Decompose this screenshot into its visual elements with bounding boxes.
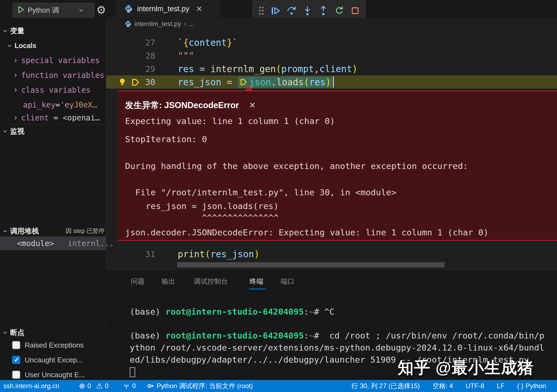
watch-section-header[interactable]: 监视 (0, 126, 106, 137)
section-divider (0, 124, 106, 124)
ports-indicator[interactable]: 0 (123, 382, 136, 390)
breakpoint-label: Raised Exceptions (25, 341, 84, 349)
active-tab-underline (249, 289, 266, 289)
code-line-27[interactable]: 27 `{content}` (106, 36, 557, 49)
chevron-down-icon (3, 129, 7, 132)
panel-tab-debug-console[interactable]: 调试控制台 (194, 277, 228, 286)
exception-pointer-arrow (245, 86, 253, 91)
debug-sidebar: Python 调 ⚙ 变量 Locals special variables f… (0, 0, 106, 380)
debug-stackframe-icon (239, 77, 248, 87)
python-file-icon (124, 20, 132, 28)
debug-config-dropdown[interactable]: Python 调 (13, 3, 94, 18)
language-label: Python (525, 382, 546, 390)
code-text: res_json = (178, 77, 238, 88)
step-out-icon[interactable] (317, 4, 329, 18)
stack-frame-module[interactable]: <module> internl... (0, 236, 106, 250)
frame-source: internl... (68, 239, 114, 248)
breadcrumb-file[interactable]: internlm_test.py (135, 20, 181, 28)
problems-indicator[interactable]: ⊗ 0 ⚠ 0 (79, 382, 109, 390)
watermark: 知乎 @最小生成猪 (398, 357, 534, 379)
checkbox[interactable] (12, 356, 20, 364)
chevron-right-icon (13, 116, 17, 120)
eol-label: LF (497, 382, 505, 390)
callstack-section-header[interactable]: 调用堆栈 因 step 已暂停 (0, 225, 106, 236)
code-line-30-current[interactable]: 30 res_json = json.loads(res) (106, 75, 557, 89)
indentation-setting[interactable]: 空格: 4 (432, 382, 453, 390)
panel-tab-ports[interactable]: 端口 (281, 277, 294, 286)
restart-icon[interactable] (333, 4, 345, 18)
variables-section-header[interactable]: 变量 (0, 25, 106, 36)
code-line-31[interactable]: 31 print(res_json) (106, 247, 557, 261)
breakpoint-label: Uncaught Excep... (25, 356, 83, 364)
language-mode[interactable]: { } Python (517, 382, 546, 390)
text-cursor (333, 77, 334, 88)
breakpoint-raised-exceptions[interactable]: Raised Exceptions (0, 339, 106, 352)
warning-icon: ⚠ (96, 382, 103, 390)
encoding-setting[interactable]: UTF-8 (466, 382, 484, 390)
exception-title: 发生异常: JSONDecodeError ✕ (125, 100, 256, 111)
run-icon[interactable] (17, 5, 25, 15)
cursor-position[interactable]: 行 30, 列 27 (已选择15) (351, 382, 420, 390)
tab-internlm-test[interactable]: internlm_test.py ✕ (116, 0, 220, 18)
horizontal-scrollbar[interactable] (177, 262, 445, 267)
exception-traceback-carets: ^^^^^^^^^^^^^^^ (125, 213, 279, 222)
variable-client-value: client = <openai… (21, 114, 100, 122)
terminal-line: (base) root@intern-studio-64204095:~# ^C (130, 307, 335, 317)
encoding-label: UTF-8 (466, 382, 484, 390)
error-count: 0 (87, 382, 91, 390)
breakpoints-header-label: 断点 (10, 328, 24, 337)
chevron-right-icon (13, 74, 17, 77)
exception-traceback-file: File "/root/internlm_test.py", line 30, … (125, 187, 396, 197)
remote-host-indicator[interactable]: ssh.intern-ai.org.cn (3, 382, 59, 390)
code-text: """ (163, 50, 194, 61)
exception-error-line: json.decoder.JSONDecodeError: Expecting … (125, 227, 488, 237)
gear-icon[interactable]: ⚙ (95, 3, 107, 16)
variable-client[interactable]: client = <openai… (0, 114, 106, 122)
code-line-29[interactable]: 29 res = internlm_gen(prompt,client) (106, 62, 557, 75)
chevron-right-icon (13, 88, 17, 92)
close-icon[interactable]: ✕ (196, 4, 202, 13)
breakpoint-uncaught-exceptions[interactable]: Uncaught Excep... (0, 353, 106, 366)
exception-message: StopIteration: 0 (125, 134, 207, 144)
remote-host-label: ssh.intern-ai.org.cn (3, 382, 59, 390)
eol-setting[interactable]: LF (497, 382, 505, 390)
debug-status[interactable]: Python 调试程序: 当前文件 (root) (147, 382, 253, 390)
variable-api-key[interactable]: api_key = 'eyJ0eX… (0, 99, 106, 111)
breakpoint-user-uncaught[interactable]: User Uncaught E... (0, 368, 106, 381)
drag-handle-icon[interactable] (257, 4, 266, 18)
panel-tab-problems[interactable]: 问题 (131, 277, 145, 286)
debug-config-label: Python 调 (28, 5, 80, 15)
close-icon[interactable]: ✕ (249, 101, 256, 110)
tree-item-special-variables[interactable]: special variables (0, 54, 106, 66)
breakpoints-section-header[interactable]: 断点 (0, 327, 106, 338)
tab-title: internlm_test.py (137, 5, 190, 13)
line-number: 31 (106, 249, 163, 259)
code-text: json.loads(res) (249, 77, 331, 88)
chevron-down-icon (3, 330, 7, 334)
tree-item-label: function variables (21, 71, 104, 80)
terminal-line: (base) root@intern-studio-64204095:~# cd… (130, 331, 544, 340)
chevron-right-icon (13, 59, 17, 62)
debug-status-label: Python 调试程序: 当前文件 (root) (157, 382, 253, 390)
breadcrumb-more[interactable]: ... (189, 20, 194, 28)
panel-tab-terminal[interactable]: 终端 (250, 277, 263, 286)
step-into-icon[interactable] (301, 4, 313, 18)
python-file-icon (124, 4, 133, 13)
debug-bug-icon (147, 382, 154, 390)
section-divider (0, 224, 106, 224)
section-divider (0, 325, 106, 326)
frame-name: <module> (17, 239, 54, 248)
checkbox[interactable] (12, 371, 20, 379)
tree-item-locals[interactable]: Locals (0, 40, 106, 52)
terminal-cursor (130, 367, 135, 377)
vscode-window: Python 调 ⚙ 变量 Locals special variables f… (0, 0, 557, 392)
callstack-header-label: 调用堆栈 (10, 226, 39, 236)
step-over-icon[interactable] (285, 4, 298, 18)
continue-icon[interactable] (270, 4, 282, 18)
tree-item-class-variables[interactable]: class variables (0, 84, 106, 96)
tree-item-function-variables[interactable]: function variables (0, 69, 106, 81)
panel-tab-output[interactable]: 输出 (162, 277, 175, 286)
stop-icon[interactable] (349, 4, 361, 18)
code-line-28[interactable]: 28 """ (106, 49, 557, 62)
checkbox[interactable] (12, 341, 20, 349)
